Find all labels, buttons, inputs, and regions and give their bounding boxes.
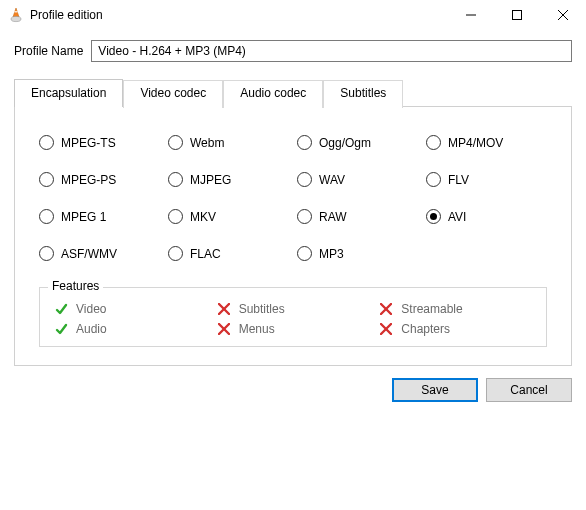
radio-avi[interactable]: AVI [426,209,547,224]
radio-icon [39,209,54,224]
radio-mpeg-ps[interactable]: MPEG-PS [39,172,160,187]
window-title: Profile edition [30,8,103,22]
features-grid: VideoSubtitlesStreamableAudioMenusChapte… [54,302,532,336]
cross-icon [379,322,393,336]
radio-icon [168,246,183,261]
radio-label: MPEG-PS [61,173,116,187]
radio-icon [168,135,183,150]
cross-icon [217,302,231,316]
svg-marker-0 [13,8,19,17]
feature-label: Video [76,302,106,316]
dialog-buttons: Save Cancel [0,366,586,414]
radio-icon [39,135,54,150]
radio-mp3[interactable]: MP3 [297,246,418,261]
tabpanel-encapsulation: MPEG-TSWebmOgg/OgmMP4/MOVMPEG-PSMJPEGWAV… [14,106,572,366]
encapsulation-options: MPEG-TSWebmOgg/OgmMP4/MOVMPEG-PSMJPEGWAV… [39,135,547,261]
radio-icon [39,172,54,187]
feature-menus: Menus [217,322,370,336]
radio-label: MKV [190,210,216,224]
feature-streamable: Streamable [379,302,532,316]
radio-flv[interactable]: FLV [426,172,547,187]
radio-mjpeg[interactable]: MJPEG [168,172,289,187]
radio-label: Webm [190,136,224,150]
radio-mpeg-ts[interactable]: MPEG-TS [39,135,160,150]
svg-point-2 [11,16,21,21]
feature-label: Audio [76,322,107,336]
svg-line-6 [558,10,568,20]
tab-audio-codec[interactable]: Audio codec [223,80,323,108]
radio-label: FLV [448,173,469,187]
features-group: Features VideoSubtitlesStreamableAudioMe… [39,287,547,347]
radio-icon [426,172,441,187]
profile-name-row: Profile Name [14,40,572,62]
minimize-button[interactable] [448,0,494,30]
check-icon [54,322,68,336]
profile-name-label: Profile Name [14,44,83,58]
tab-video-codec[interactable]: Video codec [123,80,223,108]
tab-subtitles[interactable]: Subtitles [323,80,403,108]
feature-label: Subtitles [239,302,285,316]
radio-icon [297,172,312,187]
feature-label: Streamable [401,302,462,316]
feature-video: Video [54,302,207,316]
radio-label: ASF/WMV [61,247,117,261]
radio-icon [39,246,54,261]
radio-mp4-mov[interactable]: MP4/MOV [426,135,547,150]
radio-mkv[interactable]: MKV [168,209,289,224]
radio-raw[interactable]: RAW [297,209,418,224]
cross-icon [379,302,393,316]
radio-mpeg-1[interactable]: MPEG 1 [39,209,160,224]
radio-ogg-ogm[interactable]: Ogg/Ogm [297,135,418,150]
radio-label: MPEG-TS [61,136,116,150]
titlebar: Profile edition [0,0,586,30]
radio-flac[interactable]: FLAC [168,246,289,261]
feature-label: Menus [239,322,275,336]
svg-rect-1 [14,11,17,12]
radio-icon [297,135,312,150]
cross-icon [217,322,231,336]
radio-label: FLAC [190,247,221,261]
radio-webm[interactable]: Webm [168,135,289,150]
check-icon [54,302,68,316]
profile-name-input[interactable] [91,40,572,62]
tabs: EncapsulationVideo codecAudio codecSubti… [14,78,572,106]
radio-label: Ogg/Ogm [319,136,371,150]
feature-audio: Audio [54,322,207,336]
radio-label: MP3 [319,247,344,261]
radio-icon [297,209,312,224]
svg-line-5 [558,10,568,20]
radio-label: MP4/MOV [448,136,503,150]
radio-asf-wmv[interactable]: ASF/WMV [39,246,160,261]
close-button[interactable] [540,0,586,30]
radio-label: MPEG 1 [61,210,106,224]
feature-label: Chapters [401,322,450,336]
svg-rect-4 [513,10,522,19]
app-icon [8,7,24,23]
maximize-button[interactable] [494,0,540,30]
radio-icon [168,172,183,187]
radio-icon [168,209,183,224]
radio-icon [426,209,441,224]
radio-label: AVI [448,210,466,224]
feature-chapters: Chapters [379,322,532,336]
cancel-button[interactable]: Cancel [486,378,572,402]
features-legend: Features [48,279,103,293]
save-button[interactable]: Save [392,378,478,402]
radio-wav[interactable]: WAV [297,172,418,187]
radio-icon [297,246,312,261]
radio-icon [426,135,441,150]
radio-label: RAW [319,210,347,224]
radio-label: MJPEG [190,173,231,187]
tab-encapsulation[interactable]: Encapsulation [14,79,123,107]
feature-subtitles: Subtitles [217,302,370,316]
radio-label: WAV [319,173,345,187]
